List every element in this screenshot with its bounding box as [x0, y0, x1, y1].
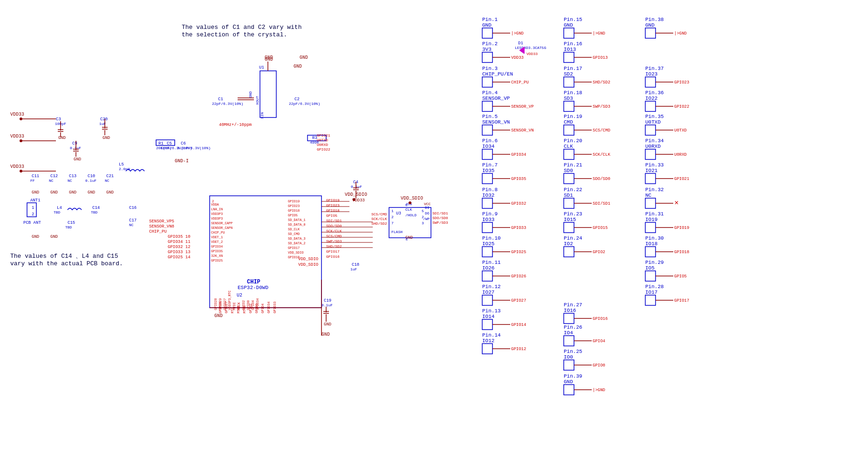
svg-text:GPIO18: GPIO18 — [674, 250, 689, 255]
svg-text:C10: C10 — [88, 174, 95, 179]
svg-text:Pin.17: Pin.17 — [564, 66, 582, 71]
svg-text:GND: GND — [58, 136, 66, 140]
svg-text:IO4: IO4 — [564, 330, 573, 336]
svg-text:IO26: IO26 — [482, 265, 494, 271]
svg-text:GPIO35: GPIO35 — [211, 249, 223, 253]
svg-text:SD_DATA_0: SD_DATA_0 — [288, 223, 306, 227]
svg-text:Pin.37: Pin.37 — [645, 66, 664, 71]
svg-text:Pin.28: Pin.28 — [645, 284, 664, 290]
svg-text:GPIO22: GPIO22 — [674, 104, 689, 109]
svg-text:/HOLD: /HOLD — [405, 213, 417, 217]
svg-text:IO32: IO32 — [482, 193, 494, 198]
svg-text:Pin.33: Pin.33 — [645, 162, 664, 168]
svg-text:GND: GND — [294, 64, 302, 69]
svg-text:IO5: IO5 — [645, 265, 655, 271]
svg-text:Pin.3: Pin.3 — [482, 66, 498, 71]
svg-text:SDO/SD0: SDO/SD0 — [326, 224, 342, 228]
svg-text:GND: GND — [265, 55, 273, 60]
svg-text:VDD_SDIO: VDD_SDIO — [288, 251, 304, 255]
chip-model: ESP32-D0WD — [238, 285, 268, 290]
svg-text:3: 3 — [422, 221, 424, 225]
svg-text:NC: NC — [129, 223, 134, 227]
svg-text:IO22: IO22 — [645, 96, 657, 101]
svg-text:C15: C15 — [68, 221, 75, 225]
svg-text:GPIO28: GPIO28 — [219, 302, 222, 313]
svg-text:Pin.22: Pin.22 — [564, 187, 582, 193]
svg-text:GPIO33: GPIO33 — [273, 302, 277, 313]
svg-text:CHIP_PU: CHIP_PU — [211, 231, 225, 235]
svg-text:C16: C16 — [129, 206, 137, 210]
svg-text:GND: GND — [32, 235, 39, 239]
svg-text:VDD33: VDD33 — [10, 164, 24, 169]
pcb-note: The values of C14 、L4 and C15 — [10, 253, 118, 260]
svg-text:GPIO17: GPIO17 — [674, 298, 689, 303]
svg-text:vary with the actual PCB board: vary with the actual PCB board. — [10, 260, 123, 267]
svg-text:SD_CMD: SD_CMD — [288, 232, 300, 236]
svg-text:GPIO4: GPIO4 — [593, 339, 605, 344]
svg-text:FF: FF — [30, 179, 35, 183]
svg-text:C12: C12 — [50, 174, 58, 179]
svg-text:SENSOR_VP: SENSOR_VP — [482, 96, 510, 101]
svg-text:Pin.9: Pin.9 — [482, 211, 498, 217]
svg-text:Pin.34: Pin.34 — [645, 138, 664, 144]
svg-point-146 — [409, 201, 411, 204]
svg-text:GND-I: GND-I — [175, 159, 189, 164]
svg-text:4: 4 — [405, 237, 408, 241]
svg-text:NC: NC — [68, 179, 72, 183]
svg-text:GPIO0: GPIO0 — [593, 363, 605, 368]
svg-text:VDD33: VDD33 — [526, 52, 538, 56]
svg-text:SHD/SD2: SHD/SD2 — [326, 244, 342, 248]
svg-text:SENSOR_VP: SENSOR_VP — [511, 104, 534, 109]
svg-text:1: 1 — [32, 206, 34, 210]
svg-text:IO2: IO2 — [564, 241, 573, 247]
svg-text:VDD33: VDD33 — [10, 112, 24, 117]
svg-text:PCB ANT: PCB ANT — [23, 221, 41, 225]
svg-text:GND: GND — [74, 157, 81, 162]
svg-text:NC: NC — [105, 179, 109, 183]
svg-text:0.1uF: 0.1uF — [85, 179, 96, 183]
svg-text:GPIO23: GPIO23 — [288, 204, 300, 208]
svg-text:GND: GND — [321, 332, 330, 337]
svg-text:32K_XN: 32K_XN — [211, 254, 223, 258]
svg-text:GPIO18: GPIO18 — [326, 208, 340, 213]
svg-text:SENSOR_VP5: SENSOR_VP5 — [149, 219, 174, 224]
svg-text:GPIO2: GPIO2 — [249, 304, 253, 313]
svg-text:SHD/SD2: SHD/SD2 — [593, 80, 610, 85]
svg-text:SDI/SD1: SDI/SD1 — [432, 211, 448, 215]
svg-text:GND: GND — [482, 22, 492, 28]
svg-text:VDD_SDIO: VDD_SDIO — [401, 196, 423, 201]
svg-text:Pin.31: Pin.31 — [645, 211, 664, 217]
svg-text:Pin.25: Pin.25 — [564, 349, 582, 354]
svg-text:SDI/SD1: SDI/SD1 — [593, 201, 610, 206]
svg-text:1uF: 1uF — [350, 267, 357, 271]
svg-text:GND: GND — [214, 313, 223, 318]
svg-text:GPIO12: GPIO12 — [511, 347, 526, 352]
svg-text:Pin.10: Pin.10 — [482, 235, 501, 241]
svg-text:Pin.18: Pin.18 — [564, 90, 582, 96]
svg-text:GPIO35 10: GPIO35 10 — [168, 235, 191, 239]
svg-text:GPIO18: GPIO18 — [288, 209, 300, 213]
svg-text:GPIO22: GPIO22 — [317, 147, 330, 152]
svg-text:0.1uF: 0.1uF — [321, 303, 333, 307]
svg-text:3.3nF/6.3V(10%): 3.3nF/6.3V(10%) — [177, 146, 211, 150]
svg-text:1: 1 — [391, 209, 394, 213]
svg-text:RTC: RTC — [231, 307, 234, 313]
svg-text:|>GND: |>GND — [511, 31, 524, 36]
svg-text:GPIO27: GPIO27 — [225, 302, 228, 313]
svg-text:GPIO34: GPIO34 — [267, 302, 271, 313]
svg-text:CHIP_PU: CHIP_PU — [149, 229, 167, 234]
svg-text:Pin.20: Pin.20 — [564, 138, 582, 144]
svg-text:SD1: SD1 — [564, 193, 573, 198]
svg-text:Pin.7: Pin.7 — [482, 162, 498, 168]
svg-text:22pF/6.3V(10%): 22pF/6.3V(10%) — [289, 102, 320, 106]
svg-text:CMD: CMD — [564, 119, 573, 125]
svg-text:VDET_1: VDET_1 — [211, 235, 223, 239]
svg-text:GND: GND — [248, 91, 253, 98]
svg-text:SENSOR_VN8: SENSOR_VN8 — [149, 224, 174, 229]
svg-text:ANT1: ANT1 — [30, 198, 41, 203]
svg-text:GND: GND — [88, 190, 95, 195]
svg-text:SWP/SD3: SWP/SD3 — [432, 221, 448, 225]
svg-text:GPIO32: GPIO32 — [511, 201, 526, 206]
svg-text:GPIO26: GPIO26 — [511, 274, 526, 279]
svg-text:U0TXD: U0TXD — [674, 128, 687, 133]
